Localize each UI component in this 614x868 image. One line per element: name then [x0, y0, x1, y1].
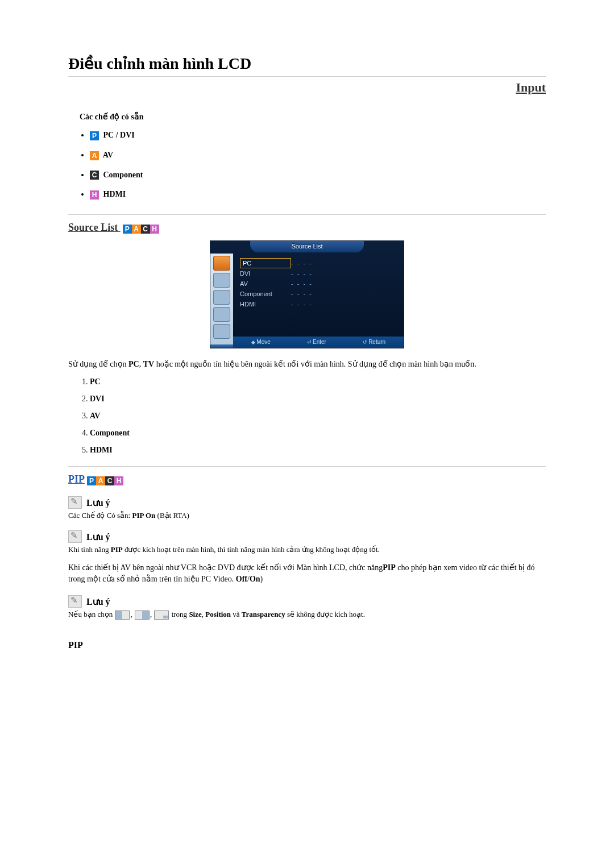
mode-label: AV	[103, 151, 113, 159]
osd-tab-title: Source List	[250, 241, 364, 252]
note-text-span: (Bật RTA)	[155, 511, 189, 520]
para-bold: Off	[236, 575, 247, 583]
title-rule	[68, 76, 546, 77]
mode-label: HDMI	[103, 190, 126, 198]
desc-text: ,	[139, 360, 143, 368]
modes-list: P PC / DVI A AV C Component H HDMI	[90, 131, 546, 200]
desc-bold: PC	[128, 360, 139, 368]
osd-nav-icon	[213, 256, 230, 271]
osd-row-dots: - - - -	[291, 270, 313, 277]
pip-sub-heading: PIP	[68, 640, 546, 650]
osd-top: Source List	[210, 241, 404, 254]
osd-nav-icon	[213, 324, 230, 339]
badge-p-icon: P	[123, 225, 132, 234]
badge-row: PACH	[87, 474, 123, 486]
para-bold: On	[250, 575, 260, 583]
desc-text: hoặc một nguồn tín hiệu bên ngoài kết nố…	[154, 360, 476, 368]
list-label: HDMI	[90, 446, 113, 454]
para-text: Khi các thiết bị AV bên ngoài như VCR ho…	[68, 563, 383, 572]
source-list-label: Source List	[68, 222, 118, 233]
osd-row-pc: PC - - - -	[240, 258, 397, 268]
badge-c-icon: C	[141, 225, 150, 234]
osd-row-label: HDMI	[240, 301, 291, 308]
badge-h-icon: H	[114, 476, 123, 485]
osd-row-dots: - - - -	[291, 280, 313, 287]
note-text: Nếu bạn chọn , , trong Size, Position và…	[68, 610, 546, 620]
badge-a-icon: A	[96, 476, 105, 485]
badge-p-icon: P	[90, 131, 99, 140]
badge-p-icon: P	[87, 476, 96, 485]
note-text-bold: PIP	[111, 545, 123, 554]
list-item: HDMI	[90, 446, 546, 455]
mode-item-pc-dvi: P PC / DVI	[90, 131, 546, 140]
note-text-span: được kích hoạt trên màn hình, thì tính n…	[123, 545, 380, 554]
note-text-span: Khi tính năng	[68, 545, 111, 554]
list-label: DVI	[90, 394, 105, 403]
badge-c-icon: C	[90, 171, 99, 180]
note-block-1: Lưu ý Các Chế độ Có sẵn: PIP On (Bật RTA…	[68, 496, 546, 520]
osd-row-av: AV - - - -	[240, 279, 397, 289]
note-text: Khi tính năng PIP được kích hoạt trên mà…	[68, 545, 546, 554]
badge-a-icon: A	[132, 225, 141, 234]
badge-row: PACH	[123, 223, 159, 235]
section-rule	[68, 466, 546, 467]
section-rule	[68, 214, 546, 215]
osd-main: PC - - - - DVI - - - - AV - - - - Compon…	[233, 254, 404, 344]
note-text-bold: Position	[205, 610, 231, 618]
source-list-description: Sử dụng để chọn PC, TV hoặc một nguồn tí…	[68, 359, 546, 370]
mode-item-av: A AV	[90, 151, 546, 160]
osd-row-dvi: DVI - - - -	[240, 268, 397, 279]
osd-body: PC - - - - DVI - - - - AV - - - - Compon…	[210, 254, 404, 344]
layout-icon	[154, 610, 169, 620]
list-label: AV	[90, 412, 100, 420]
mode-item-component: C Component	[90, 171, 546, 180]
note-text-bold: PIP On	[132, 511, 155, 520]
note-title: Lưu ý	[86, 532, 110, 542]
document-page: Điều chỉnh màn hình LCD Input Các chế độ…	[0, 0, 614, 868]
note-text-span: sẽ không được kích hoạt.	[285, 610, 365, 618]
desc-bold: TV	[143, 360, 154, 368]
list-item: PC	[90, 377, 546, 387]
badge-h-icon: H	[90, 190, 99, 200]
section-title-input: Input	[68, 80, 546, 95]
note-title: Lưu ý	[86, 498, 110, 508]
mode-item-hdmi: H HDMI	[90, 190, 546, 200]
osd-screenshot: Source List PC - - - - DVI - - - -	[210, 240, 404, 348]
osd-row-dots: - - - -	[291, 290, 313, 297]
osd-row-component: Component - - - -	[240, 289, 397, 299]
osd-nav-icon	[213, 307, 230, 322]
section-title-pip: PIPPACH	[68, 474, 546, 486]
note-title: Lưu ý	[86, 596, 110, 606]
page-title: Điều chỉnh màn hình LCD	[68, 54, 546, 73]
note-text-span: Nếu bạn chọn	[68, 610, 114, 618]
osd-row-hdmi: HDMI - - - -	[240, 299, 397, 309]
desc-text: Sử dụng để chọn	[68, 360, 128, 368]
badge-a-icon: A	[90, 151, 99, 160]
layout-icon	[115, 610, 130, 620]
list-label: Component	[90, 429, 130, 437]
osd-row-label: AV	[240, 280, 291, 287]
source-numbered-list: PC DVI AV Component HDMI	[90, 377, 546, 455]
modes-heading: Các chế độ có sẵn	[80, 112, 546, 122]
osd-nav-icon	[213, 290, 230, 305]
osd-footer: Move Enter Return	[233, 337, 404, 348]
note-text-span: trong	[172, 610, 189, 618]
osd-foot-enter: Enter	[307, 339, 326, 345]
osd-foot-move: Move	[251, 339, 271, 345]
note-icon	[68, 595, 82, 608]
list-item: DVI	[90, 394, 546, 404]
note-text-span: Các Chế độ Có sẵn:	[68, 511, 132, 520]
list-label: PC	[90, 377, 101, 386]
layout-icon	[135, 610, 150, 620]
badge-c-icon: C	[105, 476, 114, 485]
osd-foot-return: Return	[363, 339, 386, 345]
osd-row-label: Component	[240, 290, 291, 297]
osd-row-dots: - - - -	[291, 260, 313, 267]
section-title-source-list: Source List PACH	[68, 222, 546, 234]
para-bold: PIP	[383, 563, 396, 572]
osd-nav-icon	[213, 273, 230, 288]
pip-description: Khi các thiết bị AV bên ngoài như VCR ho…	[68, 562, 546, 584]
note-text-bold: Transparency	[242, 610, 285, 618]
note-icon	[68, 496, 82, 509]
note-text: Các Chế độ Có sẵn: PIP On (Bật RTA)	[68, 511, 546, 520]
